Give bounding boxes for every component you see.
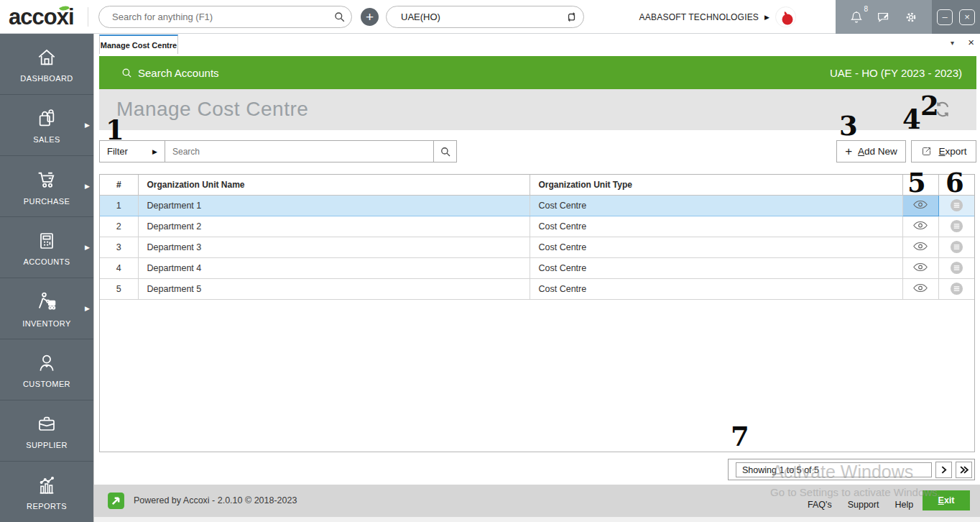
header-index: # <box>100 175 138 195</box>
exit-button[interactable]: Exit <box>923 490 970 510</box>
org-unit-selector[interactable]: UAE(HO) <box>386 6 584 28</box>
header-org-unit-type: Organization Unit Type <box>530 175 902 195</box>
row-menu-icon[interactable] <box>938 237 974 257</box>
sidebar-item-purchase[interactable]: PURCHASE ▶ <box>0 156 93 217</box>
search-icon <box>439 145 452 158</box>
view-eye-icon[interactable] <box>902 195 938 216</box>
top-bar: accoxi + UAE(HO) AABASOFT TECHNOLOGIES ▶ <box>0 0 980 34</box>
search-accounts-label: Search Accounts <box>138 67 219 79</box>
tab-label: Manage Cost Centre <box>101 41 177 50</box>
row-index: 5 <box>100 278 138 299</box>
row-menu-icon[interactable] <box>938 257 974 278</box>
sidebar-nav: DASHBOARD SALES ▶ PURCHASE ▶ ACCOUNTS ▶ … <box>0 34 93 522</box>
list-search-input[interactable] <box>165 140 434 162</box>
divider <box>88 7 88 27</box>
row-menu-icon[interactable] <box>938 216 974 237</box>
list-search-button[interactable] <box>434 140 457 162</box>
table-row[interactable]: 1 Department 1 Cost Centre <box>100 195 974 216</box>
powered-by-text: Powered by Accoxi - 2.0.10 © 2018-2023 <box>134 495 297 505</box>
bar-chart-icon <box>35 474 58 497</box>
search-accounts-button[interactable]: Search Accounts <box>121 67 219 79</box>
filter-label: Filter <box>107 146 128 157</box>
page-title-bar: Manage Cost Centre <box>99 89 976 130</box>
header-actions-column <box>938 175 974 195</box>
exit-label: Exit <box>938 495 955 505</box>
global-search-bar[interactable] <box>98 6 352 28</box>
row-menu-icon[interactable] <box>938 278 974 299</box>
settings-gear-icon[interactable] <box>902 8 920 27</box>
search-icon[interactable] <box>327 10 351 24</box>
row-org-unit-name: Department 5 <box>138 278 530 299</box>
last-page-button[interactable] <box>956 462 972 478</box>
filter-dropdown[interactable]: Filter ▶ <box>99 140 165 162</box>
row-index: 1 <box>100 195 138 216</box>
tab-bar: Manage Cost Centre ▾ × <box>94 34 980 54</box>
sidebar-item-label: SUPPLIER <box>26 441 68 449</box>
app-window: accoxi + UAE(HO) AABASOFT TECHNOLOGIES ▶ <box>0 0 980 522</box>
add-new-label: Add New <box>858 146 897 157</box>
row-org-unit-type: Cost Centre <box>530 257 902 278</box>
table-header-row: # Organization Unit Name Organization Un… <box>100 175 974 195</box>
export-label: Export <box>938 146 966 157</box>
view-eye-icon[interactable] <box>902 216 938 237</box>
sidebar-item-accounts[interactable]: ACCOUNTS ▶ <box>0 217 93 278</box>
header-view-column <box>902 175 938 195</box>
close-icon[interactable]: × <box>959 9 975 25</box>
messages-icon[interactable] <box>874 8 893 27</box>
plus-icon: + <box>845 145 852 159</box>
row-org-unit-type: Cost Centre <box>530 216 902 237</box>
sidebar-item-dashboard[interactable]: DASHBOARD <box>0 34 93 95</box>
quick-add-button[interactable]: + <box>361 8 379 26</box>
sidebar-item-reports[interactable]: REPORTS <box>0 462 93 522</box>
support-link[interactable]: Support <box>848 500 879 510</box>
row-org-unit-name: Department 3 <box>138 237 530 257</box>
sidebar-item-label: PURCHASE <box>24 197 70 206</box>
table-row[interactable]: 5 Department 5 Cost Centre <box>100 278 974 299</box>
notifications-bell-icon[interactable]: 8 <box>847 8 866 27</box>
bottom-strip <box>94 517 980 522</box>
export-button[interactable]: Export <box>911 140 976 162</box>
sidebar-item-customer[interactable]: CUSTOMER <box>0 339 93 400</box>
row-index: 4 <box>100 257 138 278</box>
next-page-button[interactable] <box>935 462 952 478</box>
sidebar-item-label: INVENTORY <box>22 319 70 328</box>
sidebar-item-supplier[interactable]: SUPPLIER <box>0 400 93 462</box>
refresh-icon[interactable] <box>933 100 952 119</box>
accoxi-mark-icon <box>107 492 125 510</box>
table-row[interactable]: 4 Department 4 Cost Centre <box>100 257 974 278</box>
row-org-unit-type: Cost Centre <box>530 195 902 216</box>
footer-bar: Powered by Accoxi - 2.0.10 © 2018-2023 F… <box>94 485 980 517</box>
row-menu-icon[interactable] <box>938 195 974 216</box>
sidebar-item-inventory[interactable]: INVENTORY ▶ <box>0 278 93 339</box>
list-toolbar: Filter ▶ + Add New Export <box>99 140 976 162</box>
org-unit-value: UAE(HO) <box>387 12 440 22</box>
company-menu[interactable]: AABASOFT TECHNOLOGIES ▶ <box>639 0 796 34</box>
sidebar-item-label: DASHBOARD <box>20 74 73 83</box>
sidebar-item-label: CUSTOMER <box>23 380 70 388</box>
accoxi-logo: accoxi <box>9 4 74 30</box>
filter-caret-icon: ▶ <box>152 148 157 155</box>
table-row[interactable]: 3 Department 3 Cost Centre <box>100 237 974 257</box>
row-org-unit-type: Cost Centre <box>530 237 902 257</box>
global-search-input[interactable] <box>99 12 327 22</box>
row-org-unit-type: Cost Centre <box>530 278 902 299</box>
sidebar-item-sales[interactable]: SALES ▶ <box>0 95 93 156</box>
view-eye-icon[interactable] <box>902 278 938 299</box>
row-org-unit-name: Department 1 <box>138 195 530 216</box>
table-row[interactable]: 2 Department 2 Cost Centre <box>100 216 974 237</box>
view-eye-icon[interactable] <box>902 237 938 257</box>
switch-org-icon[interactable] <box>559 10 583 24</box>
tab-list-dropdown-icon[interactable]: ▾ <box>951 39 954 47</box>
main-content: Manage Cost Centre ▾ × Search Accounts U… <box>93 34 980 522</box>
help-link[interactable]: Help <box>895 500 913 510</box>
accounts-header-bar: Search Accounts UAE - HO (FY 2023 - 2023… <box>99 56 976 89</box>
minimize-icon[interactable]: – <box>937 9 953 25</box>
company-avatar[interactable] <box>775 6 796 27</box>
view-eye-icon[interactable] <box>902 257 938 278</box>
add-new-button[interactable]: + Add New <box>836 140 906 162</box>
faqs-link[interactable]: FAQ's <box>808 500 832 510</box>
tab-manage-cost-centre[interactable]: Manage Cost Centre <box>99 35 178 54</box>
inventory-trolley-icon <box>34 290 59 314</box>
chevron-right-icon: ▶ <box>85 183 90 190</box>
tab-close-icon[interactable]: × <box>968 36 974 48</box>
